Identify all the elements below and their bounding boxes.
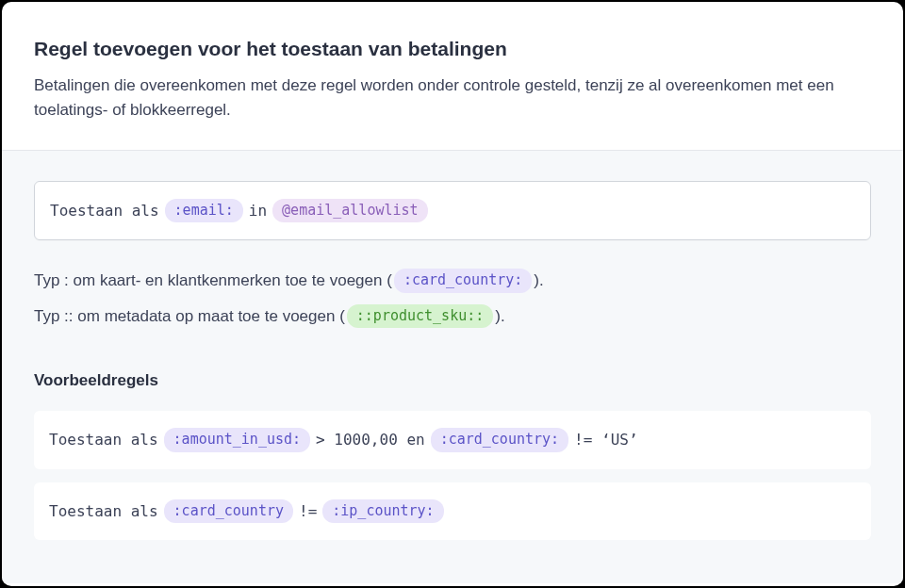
hint-pill-card-country: :card_country: — [394, 269, 532, 293]
token-amount-in-usd: :amount_in_usd: — [164, 428, 310, 452]
examples-heading: Voorbeeldregels — [34, 371, 871, 390]
hint-text: ). — [534, 269, 543, 293]
page-title: Regel toevoegen voor het toestaan van be… — [34, 38, 871, 60]
hint-text: Typ : om kaart- en klantkenmerken toe te… — [34, 269, 392, 293]
rule-input[interactable]: Toestaan als :email: in @email_allowlist — [34, 181, 871, 241]
example-text: > 1000,00 en — [316, 431, 425, 449]
rule-editor-card: Regel toevoegen voor het toestaan van be… — [2, 2, 903, 586]
token-allowlist[interactable]: @email_allowlist — [272, 199, 428, 223]
example-rule-1[interactable]: Toestaan als :amount_in_usd: > 1000,00 e… — [34, 411, 871, 469]
body: Toestaan als :email: in @email_allowlist… — [2, 151, 903, 584]
token-ip-country: :ip_country: — [322, 499, 443, 524]
example-prefix: Toestaan als — [49, 502, 158, 520]
hint-text: ). — [495, 304, 504, 329]
header: Regel toevoegen voor het toestaan van be… — [2, 2, 903, 151]
token-card-country: :card_country — [164, 499, 293, 524]
example-rule-2[interactable]: Toestaan als :card_country != :ip_countr… — [34, 482, 871, 541]
hint-attributes: Typ : om kaart- en klantkenmerken toe te… — [34, 269, 871, 293]
token-email[interactable]: :email: — [165, 199, 243, 223]
hint-metadata: Typ :: om metadata op maat toe te voegen… — [34, 304, 871, 329]
hint-pill-product-sku: ::product_sku:: — [347, 304, 493, 329]
example-text: != — [299, 502, 317, 520]
example-text: != ‘US’ — [574, 431, 637, 449]
rule-connector: in — [249, 202, 267, 220]
hint-text: Typ :: om metadata op maat toe te voegen… — [34, 304, 345, 329]
page-subtitle: Betalingen die overeenkomen met deze reg… — [34, 74, 871, 123]
token-card-country: :card_country: — [431, 428, 568, 452]
rule-prefix: Toestaan als — [50, 202, 159, 220]
example-prefix: Toestaan als — [49, 431, 158, 449]
